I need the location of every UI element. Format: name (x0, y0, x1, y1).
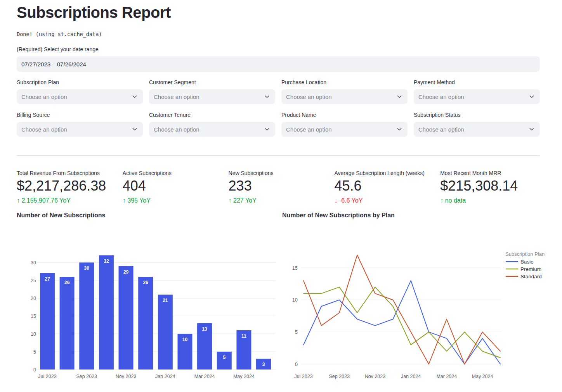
select-placeholder: Choose an option (418, 94, 464, 100)
customer-segment-select[interactable]: Choose an option (149, 89, 275, 104)
metric-value: 233 (229, 178, 252, 194)
chevron-down-icon (131, 126, 138, 133)
bar-value-label: 32 (104, 258, 109, 264)
bar-x-tick-label: Jan 2024 (155, 374, 175, 379)
bar-jul-2023 (40, 273, 55, 369)
metric-delta: ↑ 2,155,907.76 YoY (17, 197, 71, 204)
metric-value: $215,308.14 (440, 178, 518, 194)
bar-x-tick-label: May 2024 (233, 374, 255, 379)
filter-purchase-location: Purchase LocationChoose an option (281, 79, 408, 104)
date-range-value: 07/27/2023 – 07/26/2024 (21, 61, 86, 68)
bar-oct-2023 (99, 255, 114, 369)
filter-subscription-plan: Subscription PlanChoose an option (17, 79, 143, 104)
bar-value-label: 10 (182, 337, 188, 342)
metric-delta-text: 2,155,907.76 YoY (21, 197, 70, 204)
date-range-label: (Required) Select your date range (17, 46, 99, 52)
metric-delta-text: 395 YoY (127, 197, 151, 204)
bar-chart-title: Number of New Subscriptions (17, 212, 105, 219)
line-y-tick-label: 10 (292, 297, 298, 303)
metric-value: 45.6 (334, 178, 361, 194)
bar-jan-2024 (158, 295, 173, 369)
chevron-down-icon (528, 93, 535, 100)
metric-active-subscriptions: Active Subscriptions404↑ 395 YoY (123, 170, 223, 206)
metric-label: New Subscriptions (229, 170, 274, 176)
billing-source-select[interactable]: Choose an option (17, 122, 143, 137)
metric-label: Average Subscription Length (weeks) (334, 170, 424, 176)
status-text: Done! (using st.cache_data) (17, 31, 102, 37)
metric-delta-text: 227 YoY (233, 197, 257, 204)
bar-aug-2023 (60, 277, 75, 369)
bar-sep-2023 (79, 262, 94, 369)
line-series-basic (304, 281, 500, 364)
metric-label: Active Subscriptions (123, 170, 172, 176)
metric-label: Most Recent Month MRR (440, 170, 501, 176)
bar-y-tick-label: 15 (31, 314, 36, 319)
metric-delta-text: -6.6 YoY (339, 197, 363, 204)
filter-subscription-status: Subscription StatusChoose an option (414, 112, 540, 137)
bar-y-tick-label: 25 (31, 278, 36, 283)
select-placeholder: Choose an option (286, 126, 332, 133)
subscription-plan-select[interactable]: Choose an option (17, 89, 143, 104)
new-subscriptions-bar-chart: 0510152025302726303229262110135113Jul 20… (17, 245, 279, 384)
chevron-down-icon (528, 126, 535, 133)
metric-delta: ↑ 227 YoY (229, 197, 257, 204)
bar-value-label: 21 (163, 298, 168, 303)
filter-payment-method: Payment MethodChoose an option (414, 79, 540, 104)
filter-customer-segment: Customer SegmentChoose an option (149, 79, 275, 104)
line-y-tick-label: 5 (295, 330, 298, 335)
select-placeholder: Choose an option (21, 126, 67, 133)
bar-value-label: 26 (143, 280, 149, 285)
purchase-location-select[interactable]: Choose an option (281, 89, 408, 104)
chevron-down-icon (131, 93, 138, 100)
line-x-tick-label: Jul 2023 (294, 374, 312, 379)
legend-label-standard: Standard (520, 274, 542, 279)
filter-label: Billing Source (17, 112, 50, 118)
bar-value-label: 27 (45, 276, 50, 282)
bar-value-label: 3 (262, 362, 265, 367)
line-y-tick-label: 15 (292, 265, 298, 271)
select-placeholder: Choose an option (21, 94, 67, 100)
select-placeholder: Choose an option (286, 94, 332, 100)
date-range-input[interactable]: 07/27/2023 – 07/26/2024 (17, 56, 540, 72)
line-y-tick-label: 0 (295, 362, 298, 367)
bar-x-tick-label: Jul 2023 (38, 374, 56, 379)
line-chart-title: Number of New Subscriptions by Plan (282, 212, 395, 219)
bar-y-tick-label: 30 (31, 260, 36, 265)
line-x-tick-label: Mar 2024 (436, 374, 457, 379)
legend-label-premium: Premium (520, 266, 541, 272)
customer-tenure-select[interactable]: Choose an option (149, 122, 275, 137)
arrow-up-icon: ↑ (123, 197, 127, 204)
metric-most-recent-month-mrr: Most Recent Month MRR$215,308.14↑ no dat… (440, 170, 540, 206)
bar-nov-2023 (119, 266, 134, 369)
section-divider (17, 155, 540, 156)
filter-customer-tenure: Customer TenureChoose an option (149, 112, 275, 137)
metric-delta: ↑ 395 YoY (123, 197, 151, 204)
filter-label: Customer Tenure (149, 112, 191, 118)
chevron-down-icon (396, 126, 403, 133)
new-subscriptions-by-plan-line-chart: 051015Jul 2023Sep 2023Nov 2023Jan 2024Ma… (281, 245, 562, 384)
select-placeholder: Choose an option (418, 126, 464, 133)
bar-value-label: 5 (223, 355, 225, 360)
payment-method-select[interactable]: Choose an option (414, 89, 540, 104)
metric-average-subscription-length-weeks: Average Subscription Length (weeks)45.6↓… (334, 170, 434, 206)
metric-value: 404 (123, 178, 146, 194)
metric-delta-text: no data (445, 197, 466, 204)
bar-value-label: 13 (202, 326, 207, 332)
subscriptions-report-page: Subscriptions Report Done! (using st.cac… (0, 0, 562, 392)
bar-value-label: 30 (84, 265, 90, 271)
metric-total-revenue-from-subscriptions: Total Revenue From Subscriptions$2,217,2… (17, 170, 117, 206)
bar-value-label: 29 (123, 269, 129, 275)
arrow-down-icon: ↓ (334, 197, 339, 204)
filter-label: Product Name (281, 112, 316, 118)
legend-label-basic: Basic (520, 259, 533, 265)
bar-value-label: 11 (241, 333, 246, 339)
product-name-select[interactable]: Choose an option (281, 122, 408, 137)
chevron-down-icon (264, 126, 271, 133)
filter-label: Payment Method (414, 79, 455, 85)
metric-label: Total Revenue From Subscriptions (17, 170, 100, 176)
legend-title: Subscription Plan (505, 251, 545, 257)
subscription-status-select[interactable]: Choose an option (414, 122, 540, 137)
arrow-up-icon: ↑ (229, 197, 233, 204)
filter-label: Subscription Status (414, 112, 461, 118)
bar-y-tick-label: 10 (31, 331, 36, 337)
